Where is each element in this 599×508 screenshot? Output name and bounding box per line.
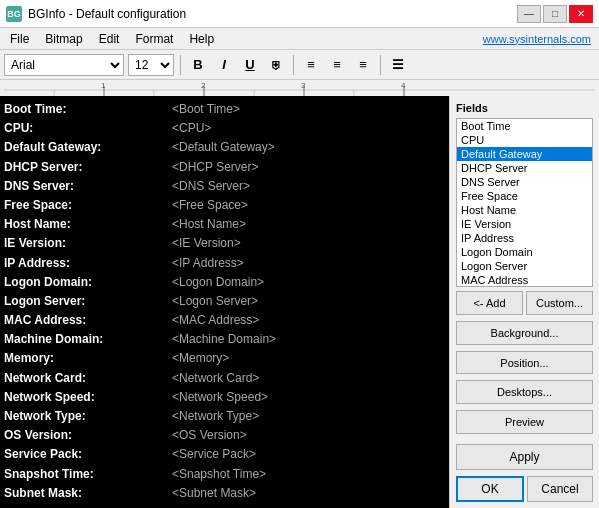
editor-row: IE Version:<IE Version>	[4, 234, 445, 253]
toolbar: Arial 12 B I U ⛨ ≡ ≡ ≡ ☰	[0, 50, 599, 80]
menu-bitmap[interactable]: Bitmap	[37, 30, 90, 48]
underline-button[interactable]: U	[239, 54, 261, 76]
row-label: Network Card:	[4, 369, 164, 388]
field-list-item[interactable]: Free Space	[457, 189, 592, 203]
row-value: <Free Space>	[172, 196, 248, 215]
font-size-selector[interactable]: 12	[128, 54, 174, 76]
ruler-marks: 1 2 3 4	[4, 80, 595, 96]
field-list-item[interactable]: Logon Server	[457, 259, 592, 273]
add-button[interactable]: <- Add	[456, 291, 523, 315]
svg-text:2: 2	[201, 81, 206, 90]
row-value: <CPU>	[172, 119, 211, 138]
menu-format[interactable]: Format	[127, 30, 181, 48]
ok-button[interactable]: OK	[456, 476, 524, 502]
row-value: <Host Name>	[172, 215, 246, 234]
row-value: <MAC Address>	[172, 311, 259, 330]
row-value: <Network Card>	[172, 369, 259, 388]
font-selector[interactable]: Arial	[4, 54, 124, 76]
row-value: <Machine Domain>	[172, 330, 276, 349]
row-value: <DNS Server>	[172, 177, 250, 196]
row-value: <OS Version>	[172, 426, 247, 445]
title-bar-left: BG BGInfo - Default configuration	[6, 6, 186, 22]
ruler: 1 2 3 4	[0, 80, 599, 96]
row-label: Subnet Mask:	[4, 484, 164, 503]
field-list-item[interactable]: IP Address	[457, 231, 592, 245]
row-value: <IP Address>	[172, 254, 244, 273]
row-label: Service Pack:	[4, 445, 164, 464]
menu-file[interactable]: File	[2, 30, 37, 48]
field-list-item[interactable]: Boot Time	[457, 119, 592, 133]
field-list-item[interactable]: DNS Server	[457, 175, 592, 189]
row-label: Memory:	[4, 349, 164, 368]
minimize-button[interactable]: —	[517, 5, 541, 23]
toolbar-separator-1	[180, 55, 181, 75]
row-value: <Snapshot Time>	[172, 465, 266, 484]
list-button[interactable]: ☰	[387, 54, 409, 76]
editor-row: Network Card:<Network Card>	[4, 369, 445, 388]
menu-help[interactable]: Help	[181, 30, 222, 48]
row-value: <Default Gateway>	[172, 138, 275, 157]
svg-text:1: 1	[101, 81, 106, 90]
toolbar-separator-2	[293, 55, 294, 75]
field-list-item[interactable]: Logon Domain	[457, 245, 592, 259]
row-label: CPU:	[4, 119, 164, 138]
row-value: <DHCP Server>	[172, 158, 258, 177]
right-panel: Fields Boot TimeCPUDefault GatewayDHCP S…	[449, 96, 599, 508]
row-label: Logon Domain:	[4, 273, 164, 292]
background-button[interactable]: Background...	[456, 321, 593, 345]
editor-row: Free Space:<Free Space>	[4, 196, 445, 215]
editor-row: DNS Server:<DNS Server>	[4, 177, 445, 196]
row-label: Host Name:	[4, 215, 164, 234]
editor-row: Network Type:<Network Type>	[4, 407, 445, 426]
menu-edit[interactable]: Edit	[91, 30, 128, 48]
maximize-button[interactable]: □	[543, 5, 567, 23]
editor-row: OS Version:<OS Version>	[4, 426, 445, 445]
add-custom-row: <- Add Custom...	[456, 291, 593, 315]
row-label: Logon Server:	[4, 292, 164, 311]
fields-list[interactable]: Boot TimeCPUDefault GatewayDHCP ServerDN…	[456, 118, 593, 287]
row-label: Default Gateway:	[4, 138, 164, 157]
editor-row: MAC Address:<MAC Address>	[4, 311, 445, 330]
svg-text:3: 3	[301, 81, 306, 90]
strikethrough-button[interactable]: ⛨	[265, 54, 287, 76]
close-button[interactable]: ✕	[569, 5, 593, 23]
editor-row: Snapshot Time:<Snapshot Time>	[4, 465, 445, 484]
title-controls[interactable]: — □ ✕	[517, 5, 593, 23]
editor-row: Network Speed:<Network Speed>	[4, 388, 445, 407]
field-list-item[interactable]: Host Name	[457, 203, 592, 217]
desktops-button[interactable]: Desktops...	[456, 380, 593, 404]
preview-button[interactable]: Preview	[456, 410, 593, 434]
align-left-button[interactable]: ≡	[300, 54, 322, 76]
sysinternals-link[interactable]: www.sysinternals.com	[483, 33, 597, 45]
row-value: <Subnet Mask>	[172, 484, 256, 503]
field-list-item[interactable]: MAC Address	[457, 273, 592, 287]
field-list-item[interactable]: CPU	[457, 133, 592, 147]
row-label: Snapshot Time:	[4, 465, 164, 484]
toolbar-separator-3	[380, 55, 381, 75]
editor-row: Host Name:<Host Name>	[4, 215, 445, 234]
bold-button[interactable]: B	[187, 54, 209, 76]
field-list-item[interactable]: Default Gateway	[457, 147, 592, 161]
editor-row: Machine Domain:<Machine Domain>	[4, 330, 445, 349]
row-label: Network Type:	[4, 407, 164, 426]
cancel-button[interactable]: Cancel	[527, 476, 593, 502]
custom-button[interactable]: Custom...	[526, 291, 593, 315]
app-icon: BG	[6, 6, 22, 22]
row-label: IP Address:	[4, 254, 164, 273]
field-list-item[interactable]: DHCP Server	[457, 161, 592, 175]
editor-row: DHCP Server:<DHCP Server>	[4, 158, 445, 177]
apply-button[interactable]: Apply	[456, 444, 593, 470]
editor-panel[interactable]: Boot Time:<Boot Time>CPU:<CPU>Default Ga…	[0, 96, 449, 508]
italic-button[interactable]: I	[213, 54, 235, 76]
field-list-item[interactable]: IE Version	[457, 217, 592, 231]
row-value: <Logon Server>	[172, 292, 258, 311]
ok-cancel-row: OK Cancel	[456, 476, 593, 502]
row-label: IE Version:	[4, 234, 164, 253]
align-center-button[interactable]: ≡	[326, 54, 348, 76]
editor-row: Default Gateway:<Default Gateway>	[4, 138, 445, 157]
position-button[interactable]: Position...	[456, 351, 593, 375]
svg-text:4: 4	[401, 81, 406, 90]
align-right-button[interactable]: ≡	[352, 54, 374, 76]
row-label: Free Space:	[4, 196, 164, 215]
row-label: Machine Domain:	[4, 330, 164, 349]
